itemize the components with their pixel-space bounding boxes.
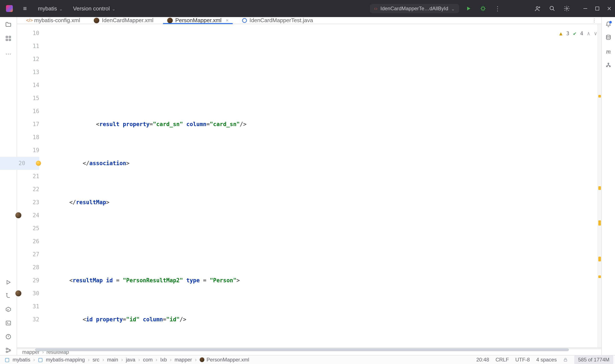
nav-item[interactable]: PersonMapper.xml bbox=[206, 357, 249, 363]
svg-point-1 bbox=[536, 7, 538, 9]
window-maximize-button[interactable] bbox=[594, 6, 600, 11]
status-line-separator[interactable]: CRLF bbox=[495, 357, 509, 363]
svg-rect-7 bbox=[9, 36, 11, 38]
chevron-right-icon: › bbox=[155, 357, 158, 363]
nav-item[interactable]: com bbox=[143, 357, 153, 363]
search-everywhere-button[interactable] bbox=[547, 3, 557, 14]
tab-idencardmappertest[interactable]: IdenCardMapperTest.java bbox=[235, 17, 320, 24]
nav-item[interactable]: src bbox=[93, 357, 99, 363]
gutter-line-number: 17 bbox=[17, 118, 39, 131]
nav-item[interactable]: mybatis bbox=[13, 357, 30, 363]
tab-personmapper[interactable]: PersonMapper.xml × bbox=[160, 17, 236, 24]
close-tab-icon[interactable]: × bbox=[226, 18, 228, 23]
nav-item[interactable]: lxb bbox=[160, 357, 167, 363]
maven-toolwindow-button[interactable]: m bbox=[606, 48, 611, 55]
error-stripe-marker[interactable] bbox=[598, 259, 601, 261]
editor-gutter: 1011121314151617181920212223242526272829… bbox=[17, 24, 53, 347]
gutter-line-number: 11 bbox=[17, 40, 39, 53]
tab-idencardmapper[interactable]: IdenCardMapper.xml bbox=[87, 17, 160, 24]
svg-point-14 bbox=[6, 351, 8, 353]
inspection-widget[interactable]: ▲3 ✔4 ∧ ∨ bbox=[558, 26, 598, 41]
mybatis-file-icon bbox=[200, 357, 204, 362]
database-toolwindow-button[interactable] bbox=[605, 35, 611, 40]
right-tool-strip: m bbox=[601, 17, 615, 355]
mybatis-navigate-icon[interactable] bbox=[15, 212, 21, 218]
error-stripe-marker[interactable] bbox=[598, 95, 601, 98]
nav-item[interactable]: mybatis-mapping bbox=[46, 357, 85, 363]
chevron-right-icon: › bbox=[169, 357, 173, 363]
xml-file-icon: </> bbox=[26, 18, 32, 23]
error-stripe-marker[interactable] bbox=[598, 223, 601, 225]
editor-tabs: </> mybatis-config.xml IdenCardMapper.xm… bbox=[17, 17, 601, 24]
svg-rect-4 bbox=[583, 8, 587, 9]
status-caret-position[interactable]: 20:48 bbox=[476, 357, 489, 363]
editor-code[interactable]: ▲3 ✔4 ∧ ∨ <result property="card_sn" col… bbox=[53, 24, 601, 347]
gutter-line-number: 14 bbox=[17, 79, 39, 92]
java-file-icon bbox=[242, 18, 247, 23]
main-menu-button[interactable]: ≡ bbox=[19, 5, 31, 12]
code-line bbox=[53, 235, 601, 248]
project-name: mybatis bbox=[38, 5, 57, 12]
project-toolwindow-button[interactable] bbox=[5, 21, 12, 28]
svg-point-13 bbox=[6, 348, 8, 350]
scrollbar-thumb[interactable] bbox=[35, 348, 569, 351]
code-with-me-button[interactable] bbox=[533, 3, 543, 14]
structure-toolwindow-button[interactable] bbox=[5, 35, 11, 41]
gutter-line-number: 25 bbox=[17, 222, 39, 235]
chevron-right-icon: › bbox=[32, 357, 36, 363]
error-stripe-marker[interactable] bbox=[598, 221, 601, 223]
build-toolwindow-button[interactable] bbox=[5, 293, 11, 299]
chevron-down-icon[interactable]: ∨ bbox=[594, 27, 597, 40]
services-toolwindow-button[interactable] bbox=[5, 306, 11, 312]
chevron-right-icon: › bbox=[120, 357, 124, 363]
weak-count: 4 bbox=[580, 27, 583, 40]
window-minimize-button[interactable] bbox=[583, 6, 588, 11]
gutter-line-number: 32 bbox=[17, 313, 39, 326]
warning-icon: ▲ bbox=[559, 27, 562, 40]
more-actions-button[interactable]: ⋮ bbox=[493, 3, 503, 14]
error-stripe-marker[interactable] bbox=[598, 187, 601, 190]
chevron-up-icon[interactable]: ∧ bbox=[587, 27, 590, 40]
window-close-button[interactable] bbox=[606, 6, 612, 11]
tab-overflow-button[interactable]: ⋮ bbox=[587, 17, 601, 24]
run-config-selector[interactable]: ‹› IdenCardMapperTe…dAllById ⌄ bbox=[370, 4, 459, 13]
nav-item[interactable]: main bbox=[107, 357, 118, 363]
gutter-line-number: 19 bbox=[17, 144, 39, 157]
settings-button[interactable] bbox=[562, 3, 572, 14]
status-memory[interactable]: 585 of 1774M bbox=[574, 355, 613, 364]
nav-item[interactable]: java bbox=[126, 357, 135, 363]
svg-rect-6 bbox=[6, 36, 8, 38]
status-indent[interactable]: 4 spaces bbox=[536, 357, 557, 363]
beans-toolwindow-button[interactable] bbox=[605, 62, 611, 68]
svg-point-16 bbox=[606, 35, 611, 37]
more-toolwindows-button[interactable]: … bbox=[5, 49, 11, 56]
chevron-down-icon: ⌄ bbox=[112, 6, 116, 12]
debug-button[interactable] bbox=[478, 3, 488, 14]
vcs-toolwindow-button[interactable] bbox=[5, 347, 11, 353]
svg-rect-8 bbox=[6, 39, 8, 41]
run-button[interactable] bbox=[463, 3, 474, 14]
editor-horizontal-scrollbar[interactable] bbox=[17, 347, 601, 349]
mybatis-navigate-icon[interactable] bbox=[15, 290, 21, 296]
gutter-line-number: 26 bbox=[17, 235, 39, 248]
tab-mybatis-config[interactable]: </> mybatis-config.xml bbox=[19, 17, 87, 24]
project-selector[interactable]: mybatis ⌄ bbox=[35, 5, 66, 12]
nav-item[interactable]: mapper bbox=[175, 357, 192, 363]
gutter-line-number: 22 bbox=[17, 183, 39, 196]
svg-rect-20 bbox=[564, 360, 567, 361]
problems-toolwindow-button[interactable] bbox=[5, 334, 11, 340]
error-stripe[interactable] bbox=[598, 24, 601, 347]
terminal-toolwindow-button[interactable] bbox=[5, 320, 11, 326]
notifications-button[interactable] bbox=[605, 21, 611, 27]
chevron-right-icon: › bbox=[137, 357, 141, 363]
run-toolwindow-button[interactable] bbox=[6, 280, 11, 285]
error-stripe-marker[interactable] bbox=[598, 275, 601, 278]
mybatis-file-icon bbox=[94, 18, 99, 23]
intention-bulb-icon[interactable] bbox=[36, 161, 41, 166]
editor[interactable]: 1011121314151617181920212223242526272829… bbox=[17, 24, 601, 347]
status-encoding[interactable]: UTF-8 bbox=[515, 357, 530, 363]
readonly-lock-icon[interactable] bbox=[563, 357, 568, 362]
svg-rect-11 bbox=[6, 321, 11, 325]
chevron-down-icon: ⌄ bbox=[59, 6, 63, 12]
vcs-selector[interactable]: Version control ⌄ bbox=[70, 5, 119, 12]
